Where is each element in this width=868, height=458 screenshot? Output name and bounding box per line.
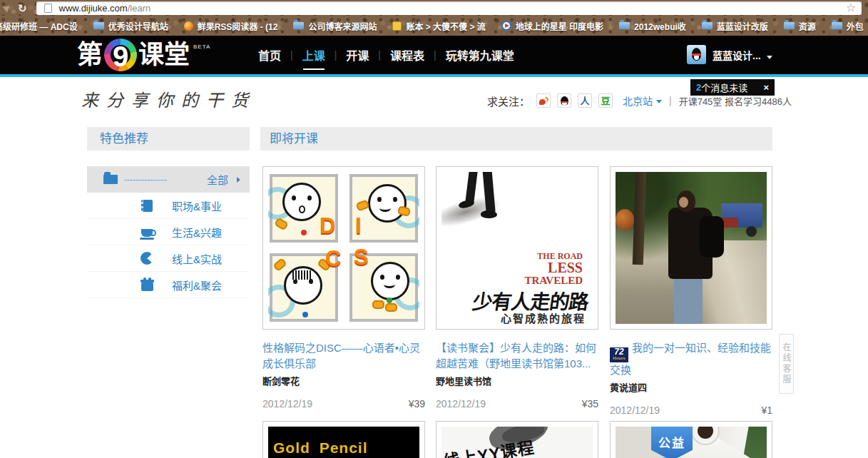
bookmark-item[interactable]: 地球上的星星 印度电影	[501, 20, 603, 32]
sidebar-item-online[interactable]: 线上&实战	[87, 245, 250, 272]
renren-glyph: 人	[581, 96, 590, 106]
chevron-right-icon	[237, 177, 240, 183]
online-service-tab[interactable]: 在线客服	[779, 334, 794, 394]
browser-toolbar: ↻ www.dijiuke.com /learn ☆	[0, 0, 868, 16]
course-date: 2012/12/19	[610, 404, 660, 416]
bookmark-label: 蓝蓝设计改版	[717, 20, 768, 32]
badge-number: 72	[614, 348, 623, 356]
bookmark-label: 鲜果RSS阅读器 - (12	[198, 20, 278, 32]
logo-ring-icon: 9	[104, 39, 137, 71]
bookmarks-bar: 高级研修班 — ADC设 优秀设计导航站 鲜果RSS阅读器 - (12 公司博客…	[0, 16, 868, 36]
section-title: 即将开课	[260, 127, 772, 151]
bookmark-item[interactable]: 外包	[832, 20, 864, 32]
renren-icon[interactable]: 人	[578, 93, 592, 108]
book-title-line: TRAVELED	[525, 275, 583, 286]
nav-item-teach[interactable]: 开课	[346, 46, 369, 63]
bookmark-label: 高级研修班 — ADC设	[0, 20, 78, 32]
course-image-gold-pencil: Gold Pencil	[268, 427, 419, 458]
bookmark-item[interactable]: 资源	[784, 20, 816, 32]
course-thumbnail[interactable]: 公益	[610, 421, 772, 458]
browser-window: ↻ www.dijiuke.com /learn ☆ 高级研修班 — ADC设 …	[0, 0, 868, 458]
course-image-disc: D I C S	[268, 172, 419, 324]
qq-icon[interactable]	[557, 93, 571, 108]
decor	[372, 300, 384, 309]
close-icon[interactable]: ×	[763, 83, 769, 92]
course-title[interactable]: 性格解码之DISC——心语者•心灵成长俱乐部	[262, 340, 425, 372]
course-thumbnail[interactable]	[610, 166, 772, 330]
bookmark-star-icon[interactable]: ☆	[846, 2, 856, 14]
forward-arrow-icon[interactable]	[3, 4, 12, 13]
book-subtitle: 心智成熟的旅程	[501, 310, 586, 324]
course-author[interactable]: 断剑零花	[262, 374, 425, 387]
book-icon	[139, 200, 155, 212]
main-nav: 首页 | 上课 | 开课 | 课程表 | 玩转第九课堂	[258, 36, 514, 74]
course-meta: 2012/12/19 ¥1	[610, 404, 772, 416]
site-logo[interactable]: 第 9 课堂 BETA	[77, 39, 210, 71]
course-card: 72 Hours 我的一对一知识、经验和技能交换 黄说道四 2012/12/19…	[610, 166, 772, 416]
sidebar-item-all[interactable]: --------------- 全部	[87, 166, 250, 193]
bookmark-item[interactable]: 账本 > 大傻不傻 > 流	[392, 20, 485, 32]
course-image-charity: 公益	[616, 427, 767, 458]
course-price: ¥35	[582, 398, 598, 409]
user-name: 蓝蓝设计...	[713, 48, 761, 62]
barcode-decor	[292, 270, 311, 280]
course-card: THE ROAD LESS TRAVELED 少有人走的路 心智成熟的旅程 【读…	[436, 166, 598, 409]
bookmark-item[interactable]: 公司博客来源网站	[293, 20, 377, 32]
course-price: ¥39	[409, 398, 425, 409]
city-selector[interactable]: 北京站	[623, 93, 662, 108]
decor	[746, 226, 757, 237]
letter-c: C	[325, 248, 341, 270]
pacman-icon	[139, 252, 155, 265]
course-title[interactable]: 72 Hours 我的一对一知识、经验和技能交换	[610, 340, 772, 378]
course-card: 线上YY课程	[436, 421, 598, 458]
user-menu[interactable]: 蓝蓝设计...	[687, 45, 772, 64]
course-author[interactable]: 野地里读书馆	[436, 374, 598, 387]
sidebar-item-life[interactable]: 生活&兴趣	[87, 219, 250, 245]
sidebar-item-label: 生活&兴趣	[172, 225, 222, 240]
bookmark-item[interactable]: 鲜果RSS阅读器 - (12	[184, 20, 278, 32]
course-image-photo	[616, 172, 767, 324]
bookmark-item[interactable]: 2012webui收	[619, 20, 686, 32]
course-thumbnail[interactable]: 线上YY课程	[436, 421, 598, 458]
folder-icon	[93, 22, 104, 29]
bookmark-item[interactable]: 高级研修班 — ADC设	[0, 20, 78, 32]
course-card: D I C S 性格解码之DISC——心语者•心灵成长俱乐部 断剑零花 2012…	[262, 166, 425, 409]
course-date: 2012/12/19	[436, 398, 486, 409]
folder-icon	[784, 22, 795, 29]
reload-icon[interactable]: ↻	[18, 3, 27, 14]
folder-icon	[702, 22, 713, 29]
nav-item-learn[interactable]: 上课	[302, 46, 325, 63]
book-title-en: THE ROAD LESS TRAVELED	[525, 252, 583, 286]
course-thumbnail[interactable]: D I C S	[262, 166, 425, 330]
scarf-decor	[692, 54, 701, 56]
douban-icon[interactable]: 豆	[598, 93, 613, 108]
course-meta: 2012/12/19 ¥39	[262, 398, 425, 409]
course-author[interactable]: 黄说道四	[610, 380, 772, 394]
logo-number: 9	[113, 42, 128, 71]
qq-glyph	[561, 96, 568, 106]
nav-item-home[interactable]: 首页	[258, 46, 281, 63]
bookmark-item[interactable]: 优秀设计导航站	[93, 20, 168, 32]
sidebar-item-welfare[interactable]: 福利&聚会	[87, 272, 250, 298]
qq-avatar-icon	[687, 45, 706, 64]
decor	[387, 297, 392, 303]
folder-icon	[293, 22, 304, 29]
decor	[272, 258, 287, 272]
folder-icon	[832, 22, 842, 29]
sidebar-item-career[interactable]: 职场&事业	[87, 193, 250, 219]
decor	[355, 199, 369, 211]
nav-item-explore[interactable]: 玩转第九课堂	[446, 46, 514, 63]
72hours-badge: 72 Hours	[610, 347, 628, 362]
weibo-icon[interactable]	[536, 93, 551, 108]
site-tagline: 来分享你的干货	[81, 86, 256, 111]
site-stats: 开课745堂 报名学习4486人	[679, 94, 792, 108]
course-thumbnail[interactable]: Gold Pencil	[262, 421, 425, 458]
course-title[interactable]: 【读书聚会】少有人走的路：如何超越苦难（野地里读书馆第103...	[436, 340, 598, 372]
bookmark-label: 账本 > 大傻不傻 > 流	[406, 20, 485, 32]
book-title-line: LESS	[525, 261, 583, 275]
address-bar[interactable]: www.dijiuke.com /learn ☆	[36, 1, 862, 15]
bookmark-label: 2012webui收	[634, 20, 686, 32]
course-thumbnail[interactable]: THE ROAD LESS TRAVELED 少有人走的路 心智成熟的旅程	[436, 166, 598, 330]
nav-item-schedule[interactable]: 课程表	[390, 46, 424, 63]
bookmark-item[interactable]: 蓝蓝设计改版	[702, 20, 768, 32]
